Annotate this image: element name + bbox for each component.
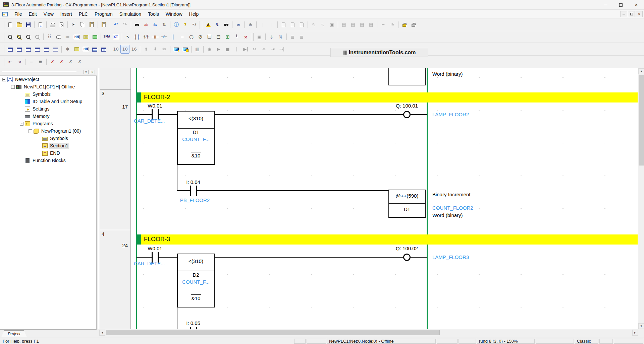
rung4-number[interactable]: 4	[102, 231, 104, 237]
copy-button[interactable]	[78, 20, 87, 29]
tree-item-newproject[interactable]: NewProject	[0, 76, 96, 83]
open-project-button[interactable]	[15, 20, 24, 29]
workspace-grip[interactable]	[2, 71, 76, 72]
fb-transfer-button[interactable]: ⇓	[267, 32, 276, 41]
workspace-dropdown-button[interactable]: ▼	[84, 70, 89, 74]
tree-item-newprogram1-00[interactable]: NewProgram1 (00)	[0, 127, 96, 135]
scroll-right-button[interactable]: ►	[632, 330, 638, 336]
cross-reference-report-button[interactable]: ∗	[63, 45, 72, 54]
info-button[interactable]: ⓘ	[172, 20, 181, 29]
work-online-simulator-button[interactable]	[181, 45, 190, 54]
restore-button[interactable]	[613, 0, 629, 10]
menu-window[interactable]: Window	[162, 10, 186, 18]
help-topics-button[interactable]: ?	[181, 20, 190, 29]
tree-item-programs[interactable]: Programs	[0, 120, 96, 127]
new-or-contact-button[interactable]: ⊣⊢	[151, 32, 160, 41]
menu-edit[interactable]: Edit	[25, 10, 40, 18]
toolbar-grip[interactable]	[200, 21, 202, 29]
replace-button[interactable]: ⇄	[142, 20, 151, 29]
new-instruction-button[interactable]: ☐	[205, 32, 214, 41]
ct-view-button[interactable]: CT	[111, 32, 120, 41]
watch-window-button[interactable]: ∞	[234, 20, 243, 29]
new-closed-or-contact-button[interactable]: ⊣/⊢	[160, 32, 169, 41]
tree-item-symbols[interactable]: Symbols	[0, 90, 96, 98]
show-comments-button[interactable]	[54, 32, 63, 41]
view-output-button[interactable]	[51, 45, 60, 54]
paste-button[interactable]	[87, 20, 96, 29]
tree-collapse-icon[interactable]	[29, 129, 32, 133]
clear-marker-2-button[interactable]: ✗	[75, 58, 84, 66]
toolbar-grip[interactable]	[251, 33, 254, 41]
display-signed-decimal-button[interactable]: 10	[120, 45, 129, 54]
go-to-next-error-button[interactable]: ✗	[57, 58, 66, 66]
new-vertical-line-button[interactable]: │	[169, 32, 178, 41]
toolbar-grip[interactable]	[2, 21, 4, 29]
clear-marker-1-button[interactable]: ✗	[66, 58, 75, 66]
print-preview-button[interactable]	[57, 20, 66, 29]
compile-program-button[interactable]	[36, 20, 45, 29]
tree-item-symbols[interactable]: Symbols	[0, 135, 96, 142]
display-decimal-button[interactable]: 10	[111, 45, 120, 54]
release-password-button[interactable]	[409, 20, 418, 29]
simulator-window-button[interactable]: ▥	[193, 45, 202, 54]
tree-collapse-icon[interactable]	[20, 122, 23, 126]
toolbar-grip[interactable]	[2, 45, 4, 53]
find-button[interactable]	[132, 20, 142, 29]
align-rung-up-button[interactable]: ≡	[27, 58, 36, 66]
new-coil-button[interactable]: ○	[187, 32, 196, 41]
rung3-header-bar[interactable]	[136, 92, 638, 102]
zoom-in-button[interactable]	[6, 32, 15, 41]
rung4-header-bar[interactable]	[136, 234, 638, 245]
go-to-rung-error-button[interactable]: ✗	[48, 58, 57, 66]
new-contact-button[interactable]: ┤├	[132, 32, 142, 41]
align-rung-down-button[interactable]: ≣	[36, 58, 45, 66]
cross-reference-popup-button[interactable]: ⊕	[246, 20, 255, 29]
mdi-close-button[interactable]: ×	[636, 11, 643, 17]
tree-item-memory[interactable]: Memory	[0, 113, 96, 120]
tree-item-io-table-and-unit-setup[interactable]: IO Table and Unit Setup	[0, 98, 96, 105]
scroll-up-button[interactable]: ▲	[638, 68, 644, 74]
online-edit-button[interactable]: ↯	[213, 20, 222, 29]
new-function-block-button[interactable]: ⊞	[223, 32, 232, 41]
tree-collapse-icon[interactable]	[11, 85, 15, 89]
show-rung-annotations-button[interactable]: ≔	[63, 32, 72, 41]
cut-button[interactable]: ✂	[69, 20, 78, 29]
tree-item-settings[interactable]: Settings	[0, 105, 96, 113]
find-in-project-button[interactable]	[222, 20, 231, 29]
print-button[interactable]	[48, 20, 57, 29]
view-cross-reference-button[interactable]	[33, 45, 42, 54]
toggle-grid-button[interactable]: ⠿	[45, 32, 54, 41]
fb-online-transfer-button[interactable]: ⇅	[276, 32, 285, 41]
show-smart-input-button[interactable]: SMA	[102, 32, 111, 41]
output-window-button[interactable]	[204, 20, 213, 29]
context-help-button[interactable]: ↖?	[190, 20, 199, 29]
rung2-instruction-block[interactable]	[388, 68, 426, 85]
rung3-number[interactable]: 3	[102, 90, 104, 96]
undo-button[interactable]: ↶	[111, 20, 120, 29]
monitor-window-button[interactable]: HH	[81, 45, 90, 54]
paste-special-button[interactable]	[99, 20, 108, 29]
monitor-in-hex-button[interactable]: HH	[72, 32, 81, 41]
indent-left-button[interactable]: ⇤	[6, 58, 15, 66]
io-comment-view-button[interactable]	[72, 45, 81, 54]
close-button[interactable]: ×	[629, 0, 644, 10]
menu-view[interactable]: View	[40, 10, 57, 18]
horizontal-scroll-thumb[interactable]	[106, 330, 440, 335]
set-password-button[interactable]	[400, 20, 409, 29]
menu-help[interactable]: Help	[186, 10, 202, 18]
symbol-table-button[interactable]	[81, 32, 90, 41]
view-mnemonics-button[interactable]	[15, 45, 24, 54]
new-file-button[interactable]	[6, 20, 15, 29]
watch-sheet-button[interactable]	[90, 45, 99, 54]
memory-view-button[interactable]	[99, 45, 108, 54]
menu-file[interactable]: File	[11, 10, 25, 18]
section-list-button[interactable]	[90, 32, 99, 41]
toolbar-grip[interactable]	[2, 58, 4, 66]
menu-plc[interactable]: PLC	[75, 10, 91, 18]
minimize-button[interactable]	[598, 0, 613, 10]
menu-insert[interactable]: Insert	[57, 10, 75, 18]
new-fb-parameter-button[interactable]: └	[232, 32, 241, 41]
view-symbols-button[interactable]	[24, 45, 33, 54]
mdi-child-icon[interactable]	[2, 12, 8, 16]
scroll-left-button[interactable]: ◄	[99, 330, 105, 336]
